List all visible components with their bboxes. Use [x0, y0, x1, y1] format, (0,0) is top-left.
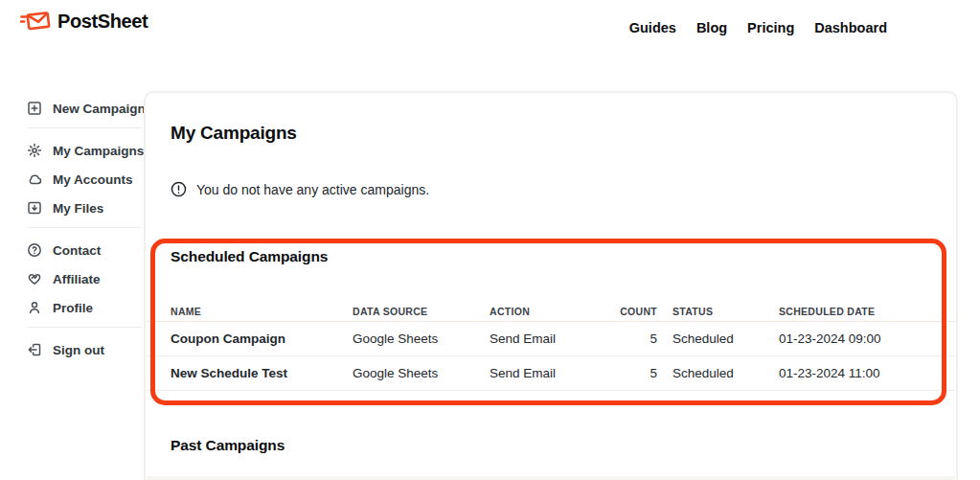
column-header-name: NAME: [171, 306, 201, 317]
sidebar: New Campaign My Campaigns My Accounts My…: [27, 94, 142, 364]
sidebar-item-sign-out[interactable]: Sign out: [27, 335, 142, 364]
cell-status: Scheduled: [672, 331, 734, 346]
nav-blog[interactable]: Blog: [696, 20, 727, 35]
cloud-icon: [27, 171, 42, 187]
table-row-new-schedule-test[interactable]: New Schedule Test Google Sheets Send Ema…: [146, 356, 956, 390]
brand-logo[interactable]: PostSheet: [20, 9, 148, 34]
past-campaigns-title: Past Campaigns: [171, 437, 285, 454]
column-header-action: ACTION: [490, 306, 530, 317]
past-campaigns-table-header-strip: [147, 476, 955, 480]
cell-count: 5: [595, 331, 657, 346]
alert-circle-icon: [171, 181, 187, 197]
top-bar: PostSheet Guides Blog Pricing Dashboard: [0, 0, 980, 57]
brand-name: PostSheet: [57, 11, 148, 33]
alert-text: You do not have any active campaigns.: [196, 182, 429, 197]
sign-out-icon: [27, 342, 42, 357]
column-header-scheduled-date: SCHEDULED DATE: [779, 306, 875, 317]
sidebar-item-label: New Campaign: [53, 102, 146, 116]
sidebar-divider: [27, 127, 142, 128]
sidebar-item-label: My Campaigns: [53, 144, 144, 158]
sidebar-item-my-files[interactable]: My Files: [27, 194, 142, 222]
cell-count: 5: [595, 366, 657, 380]
envelope-send-icon: [20, 9, 51, 34]
nav-pricing[interactable]: Pricing: [747, 20, 794, 35]
cell-action: Send Email: [490, 331, 556, 346]
postsheet-dashboard: { "brand": { "name": "PostSheet", "logo_…: [0, 0, 980, 480]
cell-name: Coupon Campaign: [171, 331, 285, 346]
cell-data-source: Google Sheets: [353, 331, 438, 346]
column-header-count: COUNT: [595, 306, 657, 317]
nav-guides[interactable]: Guides: [629, 20, 676, 35]
cell-status: Scheduled: [672, 366, 734, 380]
heart-icon: [27, 271, 42, 286]
sidebar-item-affiliate[interactable]: Affiliate: [27, 264, 142, 293]
no-active-campaigns-alert: You do not have any active campaigns.: [171, 181, 429, 197]
column-header-data-source: DATA SOURCE: [353, 306, 427, 317]
sidebar-divider: [27, 227, 142, 228]
sidebar-item-label: Sign out: [53, 343, 104, 357]
sidebar-item-label: My Files: [53, 201, 103, 216]
page-title: My Campaigns: [171, 123, 297, 144]
main-panel: My Campaigns You do not have any active …: [144, 91, 958, 480]
sidebar-item-my-campaigns[interactable]: My Campaigns: [27, 136, 142, 165]
help-circle-icon: [27, 242, 42, 258]
sidebar-divider: [27, 327, 142, 328]
sidebar-item-contact[interactable]: Contact: [27, 236, 142, 264]
file-import-icon: [27, 200, 42, 216]
table-row-divider: [147, 390, 955, 391]
sidebar-item-profile[interactable]: Profile: [27, 293, 142, 322]
cell-action: Send Email: [490, 366, 556, 380]
cell-scheduled-date: 01-23-2024 11:00: [779, 366, 880, 380]
sidebar-item-label: Affiliate: [53, 272, 101, 286]
sidebar-item-label: Profile: [53, 301, 93, 315]
cell-name: New Schedule Test: [171, 366, 287, 380]
plus-square-icon: [27, 101, 42, 116]
sidebar-item-label: My Accounts: [53, 172, 133, 187]
sidebar-item-new-campaign[interactable]: New Campaign: [27, 94, 142, 123]
sidebar-item-my-accounts[interactable]: My Accounts: [27, 165, 142, 194]
sidebar-item-label: Contact: [53, 243, 101, 258]
cell-scheduled-date: 01-23-2024 09:00: [779, 331, 881, 346]
table-row-coupon-campaign[interactable]: Coupon Campaign Google Sheets Send Email…: [146, 322, 956, 355]
table-header-row: NAME DATA SOURCE ACTION COUNT STATUS SCH…: [146, 306, 956, 321]
user-icon: [27, 300, 42, 315]
gear-icon: [27, 143, 42, 158]
top-nav: Guides Blog Pricing Dashboard: [629, 20, 887, 35]
scheduled-campaigns-title: Scheduled Campaigns: [171, 248, 328, 265]
nav-dashboard[interactable]: Dashboard: [814, 20, 887, 35]
column-header-status: STATUS: [672, 306, 713, 317]
cell-data-source: Google Sheets: [353, 366, 438, 380]
